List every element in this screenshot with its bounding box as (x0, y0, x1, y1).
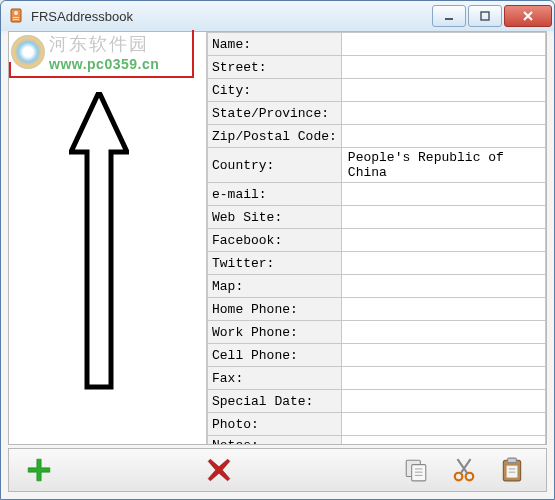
field-value[interactable] (341, 183, 545, 206)
x-delete-icon (206, 457, 232, 483)
watermark-cn-text: 河东软件园 (49, 32, 159, 56)
form-row: Twitter: (208, 252, 546, 275)
field-label: Street: (208, 56, 342, 79)
bottom-toolbar (8, 448, 547, 492)
scissors-icon (451, 457, 477, 483)
contact-list-pane[interactable]: 河东软件园 www.pc0359.cn (9, 32, 207, 444)
close-button[interactable] (504, 5, 552, 27)
field-label: Home Phone: (208, 298, 342, 321)
field-value[interactable] (341, 344, 545, 367)
form-row: e-mail: (208, 183, 546, 206)
copy-icon (403, 457, 429, 483)
field-label: Cell Phone: (208, 344, 342, 367)
field-value[interactable] (341, 206, 545, 229)
window-controls (432, 5, 554, 27)
plus-icon (26, 457, 52, 483)
field-label: Web Site: (208, 206, 342, 229)
field-label: Special Date: (208, 390, 342, 413)
svg-rect-7 (412, 465, 426, 481)
app-window: FRSAddressbook 河东软件园 www.pc0359.cn (0, 0, 555, 500)
form-row: State/Province: (208, 102, 546, 125)
form-row: Work Phone: (208, 321, 546, 344)
field-value[interactable] (341, 367, 545, 390)
copy-button[interactable] (392, 450, 440, 490)
field-label: Twitter: (208, 252, 342, 275)
window-title: FRSAddressbook (31, 9, 432, 24)
svg-rect-4 (445, 18, 453, 20)
field-label: Zip/Postal Code: (208, 125, 342, 148)
field-label: Notes: (208, 436, 342, 445)
form-row: Web Site: (208, 206, 546, 229)
field-value[interactable] (341, 229, 545, 252)
field-label: Fax: (208, 367, 342, 390)
form-row: Street: (208, 56, 546, 79)
minimize-button[interactable] (432, 5, 466, 27)
svg-rect-2 (13, 17, 19, 18)
field-value[interactable] (341, 413, 545, 436)
minimize-icon (444, 11, 454, 21)
form-row: Cell Phone: (208, 344, 546, 367)
field-label: City: (208, 79, 342, 102)
field-label: Country: (208, 148, 342, 183)
field-label: Work Phone: (208, 321, 342, 344)
form-row: Notes: (208, 436, 546, 445)
field-value[interactable] (341, 125, 545, 148)
field-label: Photo: (208, 413, 342, 436)
paste-button[interactable] (488, 450, 536, 490)
maximize-icon (480, 11, 490, 21)
titlebar[interactable]: FRSAddressbook (1, 1, 554, 31)
svg-rect-5 (481, 12, 489, 20)
close-icon (522, 11, 534, 21)
content-area: 河东软件园 www.pc0359.cn Name:Street:City:Sta… (8, 31, 547, 445)
svg-rect-0 (11, 9, 21, 22)
form-row: Country:People's Republic of China (208, 148, 546, 183)
form-row: Map: (208, 275, 546, 298)
form-row: Home Phone: (208, 298, 546, 321)
svg-rect-14 (508, 458, 517, 462)
field-label: Facebook: (208, 229, 342, 252)
clipboard-icon (499, 457, 525, 483)
field-value[interactable] (341, 102, 545, 125)
field-value[interactable] (341, 275, 545, 298)
field-value[interactable] (341, 436, 545, 445)
form-row: Name: (208, 33, 546, 56)
field-label: Map: (208, 275, 342, 298)
app-icon (9, 8, 25, 24)
form-row: Zip/Postal Code: (208, 125, 546, 148)
delete-button[interactable] (189, 450, 249, 490)
field-value[interactable] (341, 33, 545, 56)
annotation-highlight-box (9, 62, 194, 78)
contact-form-table: Name:Street:City:State/Province:Zip/Post… (207, 32, 546, 444)
field-label: State/Province: (208, 102, 342, 125)
field-value[interactable] (341, 390, 545, 413)
add-button[interactable] (9, 450, 69, 490)
svg-point-11 (455, 473, 463, 481)
annotation-arrow-icon (69, 92, 129, 392)
maximize-button[interactable] (468, 5, 502, 27)
contact-form-pane: Name:Street:City:State/Province:Zip/Post… (207, 32, 546, 444)
field-value[interactable] (341, 321, 545, 344)
field-label: e-mail: (208, 183, 342, 206)
svg-rect-3 (13, 19, 19, 20)
form-row: Photo: (208, 413, 546, 436)
cut-button[interactable] (440, 450, 488, 490)
field-value[interactable] (341, 79, 545, 102)
field-label: Name: (208, 33, 342, 56)
form-row: City: (208, 79, 546, 102)
svg-point-12 (466, 473, 474, 481)
svg-point-1 (14, 11, 18, 15)
field-value[interactable]: People's Republic of China (341, 148, 545, 183)
form-row: Special Date: (208, 390, 546, 413)
form-row: Fax: (208, 367, 546, 390)
field-value[interactable] (341, 252, 545, 275)
field-value[interactable] (341, 56, 545, 79)
form-row: Facebook: (208, 229, 546, 252)
field-value[interactable] (341, 298, 545, 321)
